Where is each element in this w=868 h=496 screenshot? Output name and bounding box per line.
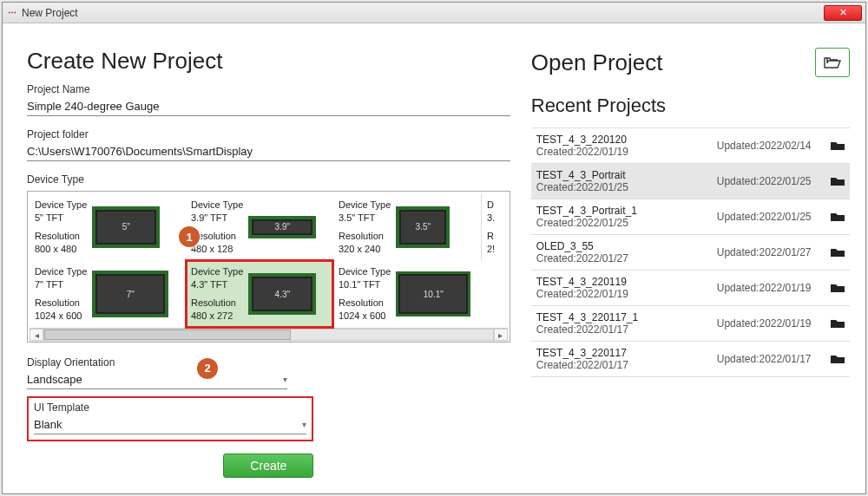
recent-project-updated: Updated:2022/01/27 [717, 246, 824, 258]
folder-icon [831, 140, 845, 151]
orientation-value: Landscape [27, 373, 82, 386]
ui-template-value: Blank [34, 418, 62, 431]
project-folder-input[interactable] [27, 142, 510, 161]
recent-project-created: Created:2022/01/27 [536, 252, 710, 264]
create-button[interactable]: Create [223, 454, 313, 478]
recent-project-updated: Updated:2022/01/17 [717, 353, 824, 365]
device-option-10-1in[interactable]: Device Type 10.1" TFT Resolution 1024 x … [333, 260, 500, 327]
device-type-selector: 1 Device Type 5" TFT Resolution 800 x 48… [27, 191, 510, 343]
scroll-right-arrow-icon[interactable]: ▸ [494, 329, 508, 341]
recent-project-name: TEST_4_3_220119 [536, 276, 710, 288]
device-thumb-label: 7" [95, 274, 165, 314]
recent-project-item[interactable]: TEST_4_3_220117_1Created:2022/01/17Updat… [531, 306, 850, 342]
recent-project-item[interactable]: TEST_4_3_220120Created:2022/01/19Updated… [531, 128, 850, 164]
close-button[interactable]: ✕ [824, 5, 862, 21]
app-icon: ⋯ [6, 7, 18, 19]
recent-project-name: TEST_4_3_220117 [536, 347, 710, 359]
recent-project-created: Created:2022/01/19 [536, 288, 710, 300]
project-folder-label: Project folder [27, 128, 510, 140]
device-option-3-9in[interactable]: Device Type 3.9" TFT Resolution 480 x 12… [186, 193, 333, 260]
close-icon: ✕ [839, 7, 847, 18]
recent-project-created: Created:2022/01/25 [536, 181, 710, 193]
dialog-window: ⋯ New Project ✕ Create New Project Proje… [2, 2, 866, 494]
recent-project-item[interactable]: OLED_3_55Created:2022/01/27Updated:2022/… [531, 235, 850, 271]
create-project-pane: Create New Project Project Name Project … [27, 48, 510, 483]
recent-project-updated: Updated:2022/01/25 [717, 175, 824, 187]
recent-project-updated: Updated:2022/01/25 [717, 211, 824, 223]
chevron-down-icon: ▾ [302, 420, 306, 429]
device-thumb-label: 3.9" [252, 219, 312, 235]
open-folder-button[interactable] [815, 48, 850, 77]
device-option-5in[interactable]: Device Type 5" TFT Resolution 800 x 480 … [30, 193, 186, 260]
recent-project-created: Created:2022/01/17 [536, 359, 710, 371]
device-thumb-label: 5" [95, 210, 156, 245]
folder-icon [831, 283, 845, 293]
project-name-input[interactable] [27, 97, 510, 116]
orientation-label: Display Orientation [27, 356, 510, 369]
annotation-badge-2: 2 [197, 358, 218, 379]
folder-open-icon [824, 55, 841, 69]
open-project-heading: Open Project [531, 49, 663, 76]
device-type-label: Device Type [27, 173, 510, 186]
recent-project-item[interactable]: TEST_4_3_220119Created:2022/01/19Updated… [531, 271, 850, 306]
recent-projects-list: TEST_4_3_220120Created:2022/01/19Updated… [531, 127, 850, 377]
device-horizontal-scrollbar[interactable]: ◂ ▸ [30, 328, 508, 342]
recent-project-created: Created:2022/01/25 [536, 217, 710, 229]
create-heading: Create New Project [27, 48, 510, 75]
device-option-4-3in-selected[interactable]: Device Type 4.3" TFT Resolution 480 x 27… [186, 260, 333, 327]
recent-project-item[interactable]: TEST_4_3_PortraitCreated:2022/01/25Updat… [531, 164, 850, 199]
device-thumb-label: 3.5" [399, 210, 446, 245]
scrollbar-track[interactable] [43, 329, 494, 341]
scroll-left-arrow-icon[interactable]: ◂ [30, 329, 43, 341]
titlebar: ⋯ New Project ✕ [3, 3, 865, 23]
recent-project-name: TEST_4_3_220117_1 [536, 311, 710, 323]
device-option-7in[interactable]: Device Type 7" TFT Resolution 1024 x 600… [30, 260, 186, 327]
recent-project-created: Created:2022/01/17 [536, 323, 710, 336]
recent-projects-heading: Recent Projects [531, 95, 850, 117]
recent-project-updated: Updated:2022/01/19 [717, 282, 824, 294]
folder-icon [831, 212, 845, 222]
recent-project-name: TEST_4_3_220120 [536, 134, 710, 146]
window-title: New Project [22, 7, 78, 19]
recent-project-name: TEST_4_3_Portrait [536, 169, 710, 181]
device-thumb-label: 10.1" [398, 274, 468, 314]
folder-icon [831, 354, 845, 364]
recent-project-item[interactable]: TEST_4_3_Portrait_1Created:2022/01/25Upd… [531, 199, 850, 235]
recent-project-name: OLED_3_55 [536, 240, 710, 252]
recent-project-created: Created:2022/01/19 [536, 146, 710, 158]
recent-project-name: TEST_4_3_Portrait_1 [536, 205, 710, 217]
chevron-down-icon: ▾ [283, 375, 287, 384]
recent-project-item[interactable]: TEST_4_3_220117Created:2022/01/17Updated… [531, 342, 850, 377]
ui-template-label: UI Template [34, 401, 306, 414]
open-project-pane: Open Project Recent Projects TEST_4_3_22… [510, 48, 850, 483]
device-option-3-5in[interactable]: Device Type 3.5" TFT Resolution 320 x 24… [333, 193, 481, 260]
folder-icon [831, 247, 845, 258]
device-option-partial[interactable]: D 3. R 2! [481, 193, 500, 260]
device-thumb-label: 4.3" [252, 277, 312, 311]
orientation-dropdown[interactable]: Landscape ▾ [27, 370, 287, 389]
project-name-label: Project Name [27, 83, 510, 95]
annotation-badge-1: 1 [179, 226, 200, 247]
folder-icon [831, 176, 845, 186]
ui-template-highlight: UI Template Blank ▾ [27, 396, 313, 441]
folder-icon [831, 318, 845, 329]
scrollbar-thumb[interactable] [44, 330, 291, 340]
recent-project-updated: Updated:2022/01/19 [717, 317, 824, 330]
recent-project-updated: Updated:2022/02/14 [717, 140, 824, 152]
ui-template-dropdown[interactable]: Blank ▾ [34, 415, 306, 434]
